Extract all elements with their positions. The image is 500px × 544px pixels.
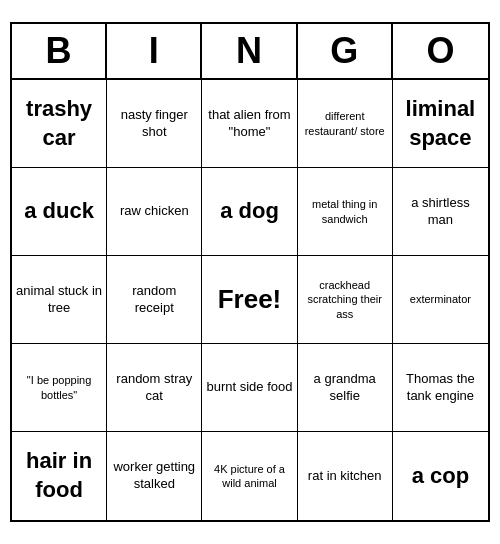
bingo-cell-15: "I be popping bottles" <box>12 344 107 432</box>
bingo-cell-22: 4K picture of a wild animal <box>202 432 297 520</box>
header-letter-n: N <box>202 24 297 78</box>
bingo-cell-23: rat in kitchen <box>298 432 393 520</box>
bingo-cell-13: crackhead scratching their ass <box>298 256 393 344</box>
bingo-card: BINGO trashy carnasty finger shotthat al… <box>10 22 490 522</box>
bingo-cell-5: a duck <box>12 168 107 256</box>
bingo-cell-10: animal stuck in tree <box>12 256 107 344</box>
bingo-cell-0: trashy car <box>12 80 107 168</box>
bingo-cell-9: a shirtless man <box>393 168 488 256</box>
bingo-cell-19: Thomas the tank engine <box>393 344 488 432</box>
bingo-cell-21: worker getting stalked <box>107 432 202 520</box>
header-letter-b: B <box>12 24 107 78</box>
bingo-cell-2: that alien from "home" <box>202 80 297 168</box>
bingo-cell-16: random stray cat <box>107 344 202 432</box>
bingo-cell-14: exterminator <box>393 256 488 344</box>
bingo-cell-17: burnt side food <box>202 344 297 432</box>
header-letter-o: O <box>393 24 488 78</box>
bingo-cell-18: a grandma selfie <box>298 344 393 432</box>
bingo-grid: trashy carnasty finger shotthat alien fr… <box>12 80 488 520</box>
bingo-cell-11: random receipt <box>107 256 202 344</box>
bingo-cell-20: hair in food <box>12 432 107 520</box>
bingo-cell-8: metal thing in sandwich <box>298 168 393 256</box>
bingo-cell-6: raw chicken <box>107 168 202 256</box>
bingo-header: BINGO <box>12 24 488 80</box>
header-letter-g: G <box>298 24 393 78</box>
bingo-cell-1: nasty finger shot <box>107 80 202 168</box>
bingo-cell-12: Free! <box>202 256 297 344</box>
bingo-cell-7: a dog <box>202 168 297 256</box>
bingo-cell-4: liminal space <box>393 80 488 168</box>
header-letter-i: I <box>107 24 202 78</box>
bingo-cell-3: different restaurant/ store <box>298 80 393 168</box>
bingo-cell-24: a cop <box>393 432 488 520</box>
